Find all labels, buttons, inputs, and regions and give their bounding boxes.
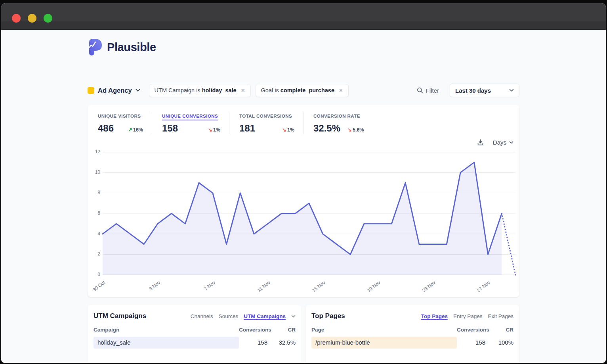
table-row: /premium-blue-bottle 158 100% [311, 337, 513, 349]
remove-filter-icon[interactable]: ✕ [241, 88, 245, 93]
stat-label: UNIQUE CONVERSIONS [162, 114, 218, 120]
utm-campaigns-panel: UTM Campaigns Channels Sources UTM Campa… [88, 305, 302, 363]
row-cr: 32.5% [267, 337, 296, 349]
stat-label: CONVERSION RATE [313, 114, 360, 120]
row-cr: 100% [485, 337, 513, 349]
y-tick-label: 4 [88, 231, 100, 236]
interval-label: Days [493, 139, 506, 146]
top-stats: UNIQUE VISITORS 486↗16% UNIQUE CONVERSIO… [88, 112, 519, 134]
remove-filter-icon[interactable]: ✕ [339, 88, 343, 93]
campaign-row-bar[interactable]: holiday_sale [94, 337, 239, 349]
trend-down-icon: ↘ [208, 127, 212, 133]
panel-tabs: Top Pages Entry Pages Exit Pages [421, 313, 513, 319]
panel-tabs: Channels Sources UTM Campaigns [191, 313, 296, 319]
row-conversions: 158 [457, 337, 485, 349]
maximize-window-button[interactable] [44, 14, 52, 23]
column-campaign: Campaign [94, 327, 239, 333]
column-conversions: Conversions [457, 327, 485, 333]
tab-exit-pages[interactable]: Exit Pages [488, 313, 513, 319]
tab-utm-campaigns[interactable]: UTM Campaigns [244, 313, 286, 319]
y-tick-label: 12 [88, 149, 100, 154]
stat-value: 32.5% [313, 123, 340, 134]
y-tick-label: 8 [88, 190, 100, 195]
column-page: Page [311, 327, 457, 333]
filter-pill-goal[interactable]: Goal is complete_purchase✕ [256, 84, 349, 97]
plausible-wordmark: Plausible [107, 41, 156, 54]
stat-label: UNIQUE VISITORS [98, 114, 141, 120]
download-button[interactable] [477, 139, 484, 146]
table-header: Campaign Conversions CR [94, 327, 296, 333]
tab-channels[interactable]: Channels [191, 313, 213, 319]
stat-total-conversions[interactable]: TOTAL CONVERSIONS 181↘1% [239, 112, 304, 134]
stat-unique-visitors[interactable]: UNIQUE VISITORS 486↗16% [98, 112, 152, 134]
filter-button[interactable]: Filter [417, 87, 439, 94]
table-row: holiday_sale 158 32.5% [94, 337, 296, 349]
filter-toolbar: Ad Agency UTM Campaign is holiday_sale✕ … [88, 84, 519, 97]
stat-delta: ↘5.6% [347, 127, 364, 133]
date-range-value: Last 30 days [455, 87, 491, 94]
filter-pill-prefix: UTM Campaign is [155, 87, 202, 93]
filter-pill-utm-campaign[interactable]: UTM Campaign is holiday_sale✕ [149, 84, 251, 97]
column-conversions: Conversions [239, 327, 267, 333]
chart-controls: Days [88, 138, 519, 147]
site-name: Ad Agency [98, 87, 132, 94]
window-titlebar [1, 3, 606, 30]
chevron-down-icon [509, 141, 513, 144]
x-axis-labels: 30 Oct3 Nov7 Nov11 Nov15 Nov19 Nov23 Nov… [103, 275, 515, 293]
column-cr: CR [485, 327, 513, 333]
download-icon [477, 139, 484, 146]
page-row-bar[interactable]: /premium-blue-bottle [311, 337, 457, 349]
site-selector[interactable]: Ad Agency [88, 87, 140, 94]
search-icon [417, 87, 423, 93]
x-tick-label: 19 Nov [366, 280, 382, 293]
chevron-down-icon [291, 315, 296, 318]
interval-dropdown[interactable]: Days [493, 139, 513, 146]
filter-pill-prefix: Goal is [261, 87, 281, 93]
line-chart [103, 152, 515, 275]
stat-delta: ↘1% [282, 127, 294, 133]
date-range-dropdown[interactable]: Last 30 days [450, 84, 519, 97]
chevron-down-icon [509, 89, 514, 92]
browser-window: Plausible Ad Agency UTM Campaign is holi… [1, 3, 606, 363]
x-tick-label: 23 Nov [421, 280, 437, 293]
x-tick-label: 3 Nov [148, 280, 161, 292]
filter-button-label: Filter [426, 87, 439, 94]
trend-down-icon: ↘ [282, 127, 286, 133]
stat-value: 158 [162, 123, 178, 134]
plausible-logo-icon [88, 38, 103, 56]
y-tick-label: 2 [88, 251, 100, 257]
x-tick-label: 11 Nov [256, 280, 271, 293]
filter-pill-value: holiday_sale [202, 87, 237, 93]
tab-sources[interactable]: Sources [219, 313, 239, 319]
x-tick-label: 15 Nov [311, 280, 326, 293]
x-tick-label: 7 Nov [203, 280, 216, 292]
trend-up-icon: ↗ [128, 127, 132, 133]
y-tick-label: 0 [88, 272, 100, 277]
y-tick-label: 6 [88, 210, 100, 216]
site-favicon [88, 87, 94, 94]
stat-value: 181 [239, 123, 255, 134]
plausible-logo[interactable]: Plausible [88, 30, 519, 56]
x-tick-label: 27 Nov [476, 280, 492, 293]
page-content: Plausible Ad Agency UTM Campaign is holi… [1, 30, 606, 363]
trend-down-icon: ↘ [347, 127, 352, 133]
chevron-down-icon [136, 89, 140, 92]
dashboard-card: UNIQUE VISITORS 486↗16% UNIQUE CONVERSIO… [88, 105, 519, 297]
stat-value: 486 [98, 123, 114, 134]
stat-unique-conversions[interactable]: UNIQUE CONVERSIONS 158↘1% [162, 112, 229, 134]
stat-conversion-rate[interactable]: CONVERSION RATE 32.5%↘5.6% [313, 112, 372, 134]
breakdown-panels: UTM Campaigns Channels Sources UTM Campa… [88, 305, 519, 363]
minimize-window-button[interactable] [28, 14, 36, 23]
tab-entry-pages[interactable]: Entry Pages [453, 313, 483, 319]
y-tick-label: 10 [88, 170, 100, 175]
table-header: Page Conversions CR [311, 327, 513, 333]
tab-top-pages[interactable]: Top Pages [421, 313, 448, 319]
top-pages-panel: Top Pages Top Pages Entry Pages Exit Pag… [305, 305, 519, 363]
row-conversions: 158 [239, 337, 267, 349]
visitors-chart: 024681012 30 Oct3 Nov7 Nov11 Nov15 Nov19… [103, 152, 515, 275]
active-filters: UTM Campaign is holiday_sale✕ Goal is co… [149, 84, 349, 97]
x-tick-label: 30 Oct [92, 280, 106, 293]
stat-label: TOTAL CONVERSIONS [239, 114, 292, 120]
close-window-button[interactable] [12, 14, 21, 23]
stat-delta: ↘1% [208, 127, 220, 133]
